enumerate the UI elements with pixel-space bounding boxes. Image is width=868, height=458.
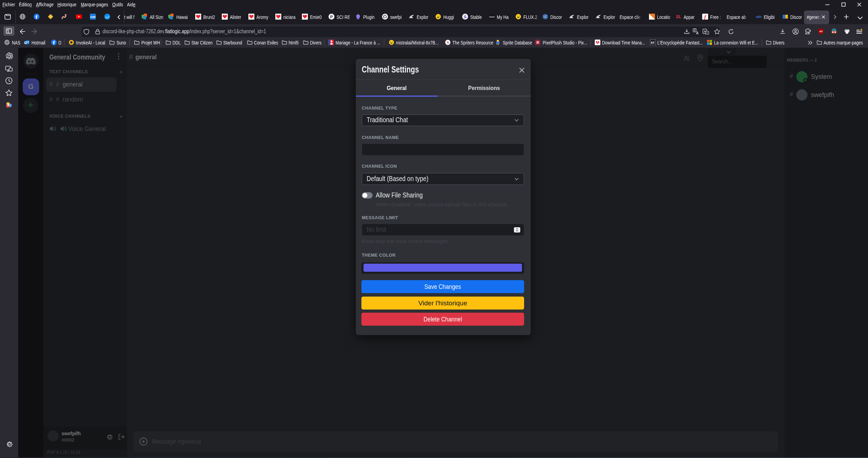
svg-text:P: P — [330, 15, 333, 19]
svg-text:S: S — [447, 40, 449, 44]
svg-text:A: A — [696, 31, 699, 35]
svg-text:S: S — [464, 15, 466, 19]
svg-text:DSM: DSM — [90, 16, 95, 18]
svg-text:EF: EF — [651, 41, 655, 44]
svg-text:adn: adn — [756, 15, 761, 19]
svg-text:uO: uO — [819, 30, 823, 33]
svg-text:SL: SL — [676, 14, 681, 19]
svg-text:cloud: cloud — [489, 16, 494, 18]
svg-text:?: ? — [706, 32, 708, 34]
